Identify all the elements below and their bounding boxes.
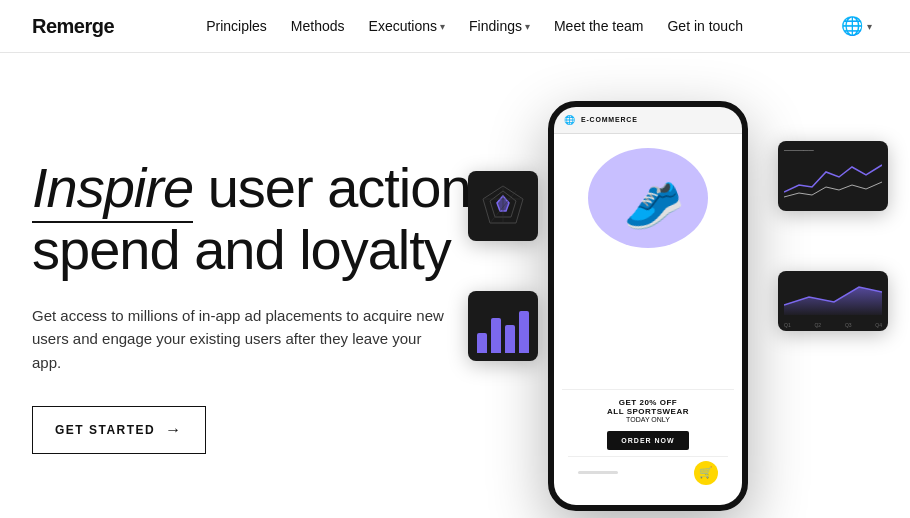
hero-content: Inspire user action,spend and loyalty Ge… xyxy=(32,157,485,454)
hero-description: Get access to millions of in-app ad plac… xyxy=(32,304,452,374)
radar-chart-widget xyxy=(468,171,538,241)
ad-discount-label: GET 20% OFF xyxy=(568,398,728,407)
findings-chevron-icon: ▾ xyxy=(525,21,530,32)
shoe-image: 👟 xyxy=(588,148,708,248)
nav-item-findings[interactable]: Findings ▾ xyxy=(459,12,540,40)
navigation: Remerge Principles Methods Executions ▾ … xyxy=(0,0,910,53)
area-chart xyxy=(784,277,882,315)
nav-item-meet-team[interactable]: Meet the team xyxy=(544,12,654,40)
language-selector[interactable]: 🌐 ▾ xyxy=(835,9,878,43)
q3-label: Q3 xyxy=(845,322,852,328)
q1-label: Q1 xyxy=(784,322,791,328)
cart-icon: 🛒 xyxy=(694,461,718,485)
order-now-button[interactable]: ORDER NOW xyxy=(607,431,688,450)
bar-col-4 xyxy=(519,311,529,353)
ad-today-label: TODAY ONLY xyxy=(568,416,728,423)
shoe-icon: 👟 xyxy=(607,158,689,238)
arrow-right-icon: → xyxy=(165,421,183,439)
phone-ecom-label: E-COMMERCE xyxy=(581,116,638,123)
language-chevron-icon: ▾ xyxy=(867,21,872,32)
phone-top-bar: 🌐 E-COMMERCE xyxy=(554,107,742,134)
bar-col-1 xyxy=(477,333,487,353)
phone-nav-bar xyxy=(578,471,618,474)
phone-globe-icon: 🌐 xyxy=(564,115,575,125)
radar-chart xyxy=(478,181,528,231)
get-started-button[interactable]: GET STARTED → xyxy=(32,406,206,454)
logo[interactable]: Remerge xyxy=(32,15,114,38)
hero-title-italic: Inspire xyxy=(32,156,193,223)
nav-links: Principles Methods Executions ▾ Findings… xyxy=(196,12,753,40)
bar-chart-widget xyxy=(468,291,538,361)
phone-mockup: 🌐 E-COMMERCE 👟 GET 20% OFF ALL SPORTSWEA… xyxy=(548,101,748,511)
globe-icon: 🌐 xyxy=(841,15,863,37)
q2-label: Q2 xyxy=(814,322,821,328)
hero-title: Inspire user action,spend and loyalty xyxy=(32,157,485,280)
bar-col-3 xyxy=(505,325,515,353)
phone-ad: GET 20% OFF ALL SPORTSWEAR TODAY ONLY OR… xyxy=(562,389,734,497)
executions-chevron-icon: ▾ xyxy=(440,21,445,32)
line-chart-widget: ────── xyxy=(778,141,888,211)
bar-col-2 xyxy=(491,318,501,353)
area-chart-widget: Q1 Q2 Q3 Q4 xyxy=(778,271,888,331)
q4-label: Q4 xyxy=(875,322,882,328)
nav-item-executions[interactable]: Executions ▾ xyxy=(359,12,455,40)
line-chart xyxy=(784,157,882,202)
hero-illustration: 🌐 E-COMMERCE 👟 GET 20% OFF ALL SPORTSWEA… xyxy=(498,91,878,519)
phone-content: 👟 GET 20% OFF ALL SPORTSWEAR TODAY ONLY … xyxy=(554,134,742,505)
nav-item-principles[interactable]: Principles xyxy=(196,12,277,40)
phone-bottom-bar: 🛒 xyxy=(568,456,728,489)
hero-section: Inspire user action,spend and loyalty Ge… xyxy=(0,53,910,518)
nav-item-get-in-touch[interactable]: Get in touch xyxy=(657,12,753,40)
nav-item-methods[interactable]: Methods xyxy=(281,12,355,40)
area-chart-labels: Q1 Q2 Q3 Q4 xyxy=(784,322,882,328)
ad-category-label: ALL SPORTSWEAR xyxy=(568,407,728,416)
line-chart-title: ────── xyxy=(784,147,882,154)
